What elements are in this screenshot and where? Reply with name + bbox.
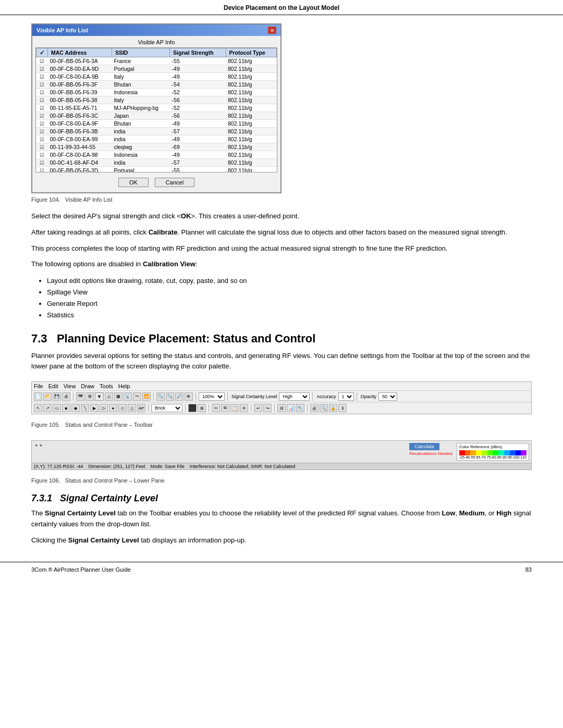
zoom-combo[interactable]: 100%	[199, 392, 225, 401]
tb-icon-report[interactable]: 📊	[287, 404, 295, 412]
tb-icon-print2[interactable]: 🖨	[310, 404, 319, 412]
tb-icon-grid2[interactable]: ⊟	[277, 404, 286, 412]
tb-icon-color1[interactable]	[188, 404, 197, 412]
tb-icon-diamond[interactable]: ◇	[118, 404, 127, 412]
row-mac: 00-0F-BB-05-F6-3F	[48, 81, 112, 89]
tb-icon-wave[interactable]: 〜	[133, 392, 141, 401]
para4-bold: Calibration View	[143, 260, 195, 268]
tb-icon-zoomin[interactable]: 🔍	[156, 392, 165, 401]
status-item: (X,Y): 77,125 RSSI: -44	[34, 464, 83, 469]
calculate-button[interactable]: Calculate	[409, 443, 439, 450]
scl-high: High	[496, 509, 511, 517]
statusbar: (X,Y): 77,125 RSSI: -44Dimension: (251, …	[32, 463, 531, 470]
menu-view[interactable]: View	[64, 383, 76, 389]
tb-icon-open[interactable]: 📂	[43, 392, 52, 401]
tb-icon-fill[interactable]: ▦	[114, 392, 123, 401]
figure105-text: Status and Control Pane – Toolbar	[65, 422, 153, 428]
table-row: ☑ 00-0F-C8-00-EA-99 india -49 802.11b/g	[36, 135, 277, 143]
row-check[interactable]: ☑	[36, 104, 48, 112]
tb-icon-cut[interactable]: ✂	[212, 404, 220, 412]
tb-icon-device[interactable]: 📡	[124, 392, 132, 401]
row-check[interactable]: ☑	[36, 135, 48, 143]
figure104-caption: Figure 104. Visible AP Info List	[31, 196, 113, 203]
col-header-protocol: Protocol Type	[226, 48, 277, 57]
tb-icon-signal[interactable]: 📶	[142, 392, 151, 401]
accuracy-combo[interactable]: 1	[338, 392, 354, 401]
row-check[interactable]: ☑	[36, 57, 48, 65]
tb-icon-grid[interactable]: ⊞	[85, 392, 94, 401]
para4: The following options are disabled in Ca…	[31, 259, 532, 270]
list-item: Layout edit options like drawing, rotate…	[47, 275, 532, 287]
tb-icon-info[interactable]: ℹ	[338, 404, 347, 412]
tb-icon-print[interactable]: 🖨	[62, 392, 70, 401]
section73-number: 7.3	[31, 332, 47, 345]
tb-icon-map[interactable]: 🗺	[76, 392, 84, 401]
tb-icon-line[interactable]: ╲	[81, 404, 89, 412]
tb-icon-undo[interactable]: ↩	[254, 404, 262, 412]
menu-edit[interactable]: Edit	[48, 383, 58, 389]
tb-icon-cursor[interactable]: ↗	[43, 404, 52, 412]
table-row: ☑ 00-0F-C8-00-EA-9F Bhutan -49 802.11b/g	[36, 120, 277, 128]
tb-icon-prop[interactable]: 🔧	[296, 404, 304, 412]
color-scale-area: Color Reference (dBm) -25-48-55-65-70-75…	[457, 443, 529, 461]
row-check[interactable]: ☑	[36, 128, 48, 135]
tb-icon-circle[interactable]: ●	[109, 404, 117, 412]
scl-low: Low	[442, 509, 455, 517]
tb-icon-copy[interactable]: ⧉	[221, 404, 229, 412]
row-check[interactable]: ☑	[36, 167, 48, 173]
tb-icon-zoom3[interactable]: 🔍	[320, 404, 328, 412]
tb-sep7	[148, 404, 149, 412]
tb-icon-play[interactable]: ▷	[100, 404, 108, 412]
tb-icon-hat[interactable]: △	[128, 404, 136, 412]
tb-dropdown-arrow1[interactable]: ▼	[95, 392, 104, 401]
col-header-signal: Signal Strength	[170, 48, 226, 57]
row-ssid: india	[112, 135, 169, 143]
row-check[interactable]: ☑	[36, 81, 48, 89]
ok-button[interactable]: OK	[118, 178, 149, 187]
row-check[interactable]: ☑	[36, 112, 48, 120]
row-check[interactable]: ☑	[36, 65, 48, 73]
menu-tools[interactable]: Tools	[100, 383, 113, 389]
menu-help[interactable]: Help	[118, 383, 130, 389]
status-item: Dimension: (251, 127) Feet	[89, 464, 145, 469]
row-signal: -55	[170, 57, 226, 65]
opacity-combo[interactable]: 50	[378, 392, 397, 401]
row-check[interactable]: ☑	[36, 159, 48, 167]
row-check[interactable]: ☑	[36, 143, 48, 151]
menu-file[interactable]: File	[34, 383, 43, 389]
tb-icon-fillrect[interactable]: ■	[62, 404, 70, 412]
dialog-close-button[interactable]: ✕	[268, 27, 276, 34]
tb-icon-paste[interactable]: 📋	[230, 404, 239, 412]
tb-icon-poly2[interactable]: ◆	[71, 404, 80, 412]
tb-icon-rect[interactable]: ▭	[53, 404, 61, 412]
page-footer: 3Com ® AirProtect Planner User Guide 83	[0, 562, 563, 577]
menu-draw[interactable]: Draw	[81, 383, 94, 389]
tb-icon-zoom-fit[interactable]: ⊕	[185, 392, 193, 401]
tb-icon-lock[interactable]: 🔒	[329, 404, 337, 412]
cancel-button[interactable]: Cancel	[155, 178, 194, 187]
dialog-buttons: OK Cancel	[35, 176, 277, 189]
tb-icon-new[interactable]: 📄	[34, 392, 42, 401]
figure105-caption: Figure 105. Status and Control Pane – To…	[31, 422, 153, 428]
tb-icon-save[interactable]: 💾	[53, 392, 61, 401]
fill-combo[interactable]: Brick	[151, 404, 182, 412]
tb-icon-zoomout[interactable]: 🔎	[175, 392, 183, 401]
tb-icon-polygon[interactable]: △	[105, 392, 113, 401]
row-check[interactable]: ☑	[36, 96, 48, 104]
row-check[interactable]: ☑	[36, 89, 48, 96]
tb-icon-select[interactable]: ↖	[34, 404, 42, 412]
page-header: Device Placement on the Layout Model	[0, 0, 563, 15]
visible-ap-dialog: Visible AP Info List ✕ Visible AP Info ✓…	[31, 23, 282, 193]
tb-icon-ap[interactable]: AP	[137, 404, 145, 412]
tb-icon-delete[interactable]: ✕	[240, 404, 248, 412]
tb-icon-redo[interactable]: ↪	[263, 404, 272, 412]
row-check[interactable]: ☑	[36, 73, 48, 81]
ap-table-scroll[interactable]: ✓ MAC Address SSID Signal Strength Proto…	[35, 47, 277, 172]
tb-icon-arrow[interactable]: ▶	[90, 404, 99, 412]
tb-icon-zoomin2[interactable]: 🔍	[166, 392, 174, 401]
row-check[interactable]: ☑	[36, 151, 48, 159]
signal-certainty-combo[interactable]: High Low Medium	[279, 392, 310, 401]
tb-icon-pattern[interactable]: ⊞	[198, 404, 206, 412]
row-check[interactable]: ☑	[36, 120, 48, 128]
lower-pane-scroll: ◄ ►	[34, 443, 44, 448]
